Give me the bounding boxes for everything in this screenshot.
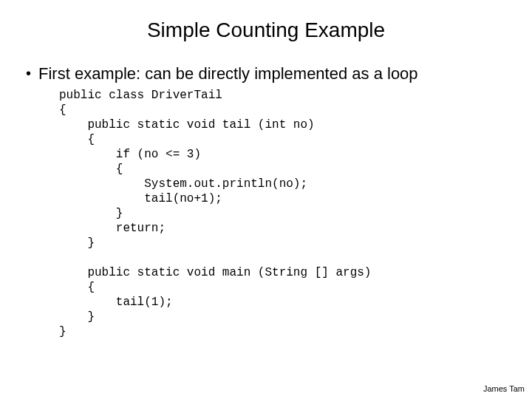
bullet-item: • First example: can be directly impleme…: [26, 64, 510, 83]
footer-author: James Tam: [483, 384, 525, 393]
code-block: public class DriverTail { public static …: [59, 88, 510, 339]
slide-title: Simple Counting Example: [22, 18, 510, 42]
bullet-text: First example: can be directly implement…: [38, 64, 418, 83]
bullet-marker: •: [26, 64, 31, 82]
